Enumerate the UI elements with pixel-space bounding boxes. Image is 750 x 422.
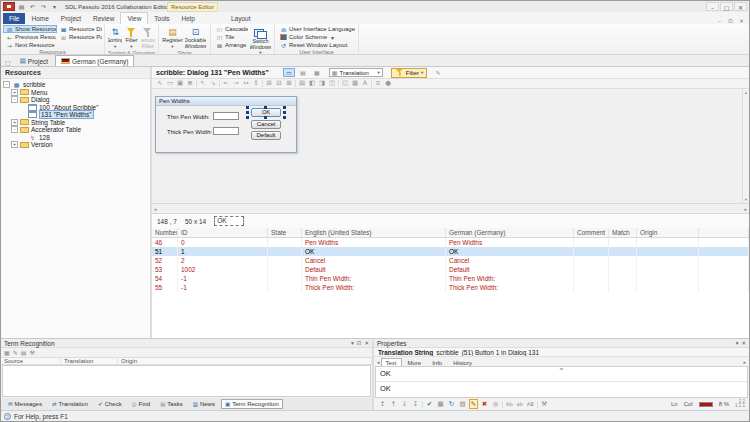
tab-tasks[interactable]: ▤ Tasks <box>156 399 187 409</box>
goto-last-string-icon[interactable]: ↧ <box>411 400 420 408</box>
editor-tool-icon-8[interactable]: → <box>231 79 241 88</box>
reset-window-layout-button[interactable]: ↺ Reset Window Layout <box>277 41 356 49</box>
thick-pen-width-field[interactable] <box>213 127 239 135</box>
expander-icon[interactable]: + <box>11 119 18 126</box>
panel-menu-icon[interactable]: ▾ <box>351 340 354 346</box>
editor-tool-icon-11[interactable]: ⊞ <box>264 79 274 88</box>
term-list-empty[interactable] <box>2 365 371 397</box>
view-mode-select[interactable]: ▦ Translation ▾ <box>329 68 383 77</box>
editor-tool-icon-17[interactable]: ◫ <box>327 79 337 88</box>
tab-help[interactable]: Help <box>176 13 201 24</box>
editor-tool-icon-21[interactable]: ≡ <box>373 79 383 88</box>
mark-review-icon[interactable]: ● <box>491 400 500 408</box>
tab-history[interactable]: History <box>448 358 477 366</box>
preview-horizontal-scrollbar[interactable]: ◂ ▸ <box>152 203 749 214</box>
editor-tool-icon-19[interactable]: ▦ <box>350 79 360 88</box>
doc-close-icon[interactable]: ✕ <box>737 18 746 24</box>
editor-tool-icon-10[interactable]: ↕ <box>251 79 261 88</box>
settings-wrench-icon[interactable]: ⚒ <box>540 400 549 408</box>
tab-news[interactable]: ▥ News <box>189 399 219 409</box>
tab-check[interactable]: ✔ Check <box>94 399 126 409</box>
previous-resource-button[interactable]: ← Previous Resource <box>3 33 57 41</box>
tab-translation[interactable]: ⇄ Translation <box>48 399 92 409</box>
lowercase-tool-icon[interactable]: ab <box>516 401 524 407</box>
editor-tool-icon-6[interactable]: ↘ <box>208 79 218 88</box>
column-header-number[interactable]: Number <box>152 228 178 237</box>
term-edit-icon[interactable]: ✎ <box>13 349 18 356</box>
tab-term-recognition[interactable]: ▣ Term Recognition <box>221 399 283 409</box>
goto-first-string-icon[interactable]: ↥ <box>378 400 387 408</box>
doc-restore-icon[interactable]: ⊡ <box>726 18 735 24</box>
term-column-translation[interactable]: Translation <box>61 358 118 365</box>
tree-item-menu[interactable]: + Menu <box>1 89 150 97</box>
scroll-up-icon[interactable]: ▴ <box>745 90 747 95</box>
maximize-button[interactable]: ▢ <box>720 2 733 11</box>
confirm-translation-icon[interactable]: ✔ <box>425 400 434 408</box>
next-string-icon[interactable]: ↓ <box>400 400 409 408</box>
scroll-right-icon[interactable]: ▸ <box>744 206 747 212</box>
panel-menu-icon[interactable]: ▾ <box>736 340 739 346</box>
scroll-left-icon[interactable]: ◂ <box>154 206 157 212</box>
expander-icon[interactable]: - <box>3 81 10 88</box>
table-row[interactable]: 460 Pen WidthsPen Widths <box>152 238 749 247</box>
expander-icon[interactable]: - <box>11 126 18 133</box>
column-header-german[interactable]: German (Germany) <box>446 228 574 237</box>
case-tool-icon[interactable]: Ab <box>505 401 514 407</box>
tree-item-dialog[interactable]: - Dialog <box>1 96 150 104</box>
qat-customize-icon[interactable]: ▾ <box>50 3 59 10</box>
editor-tool-icon-2[interactable]: ▭ <box>165 79 175 88</box>
tab-home[interactable]: Home <box>25 13 54 24</box>
editor-tool-icon-20[interactable]: A <box>360 79 370 88</box>
translation-text-field[interactable]: OK <box>376 382 747 397</box>
table-row[interactable]: 531002 DefaultDefault <box>152 265 749 274</box>
editor-tool-icon-14[interactable]: ▤ <box>297 79 307 88</box>
table-row[interactable]: 522 CancelCancel <box>152 256 749 265</box>
list-view-icon[interactable]: ▤ <box>297 68 309 77</box>
doc-minimize-icon[interactable]: – <box>715 18 724 24</box>
ui-language-button[interactable]: ◍ User Interface Language <box>277 25 356 33</box>
tab-layout[interactable]: Layout <box>225 13 257 24</box>
term-settings-icon[interactable]: ⚒ <box>29 349 34 356</box>
expander-icon[interactable]: + <box>11 141 18 148</box>
uppercase-tool-icon[interactable]: AB <box>526 401 535 407</box>
editor-tool-icon-1[interactable]: ⇖ <box>155 79 165 88</box>
grid-view-icon[interactable]: ▦ <box>311 68 323 77</box>
editor-filter-button[interactable]: Filter ▾ <box>391 68 428 78</box>
splitter-grip-icon[interactable]: ▬ <box>560 367 564 370</box>
tree-item-dialog-131[interactable]: 131 "Pen Widths" <box>1 111 150 119</box>
tree-item-string-table[interactable]: + String Table <box>1 119 150 127</box>
minimize-button[interactable]: – <box>706 2 719 11</box>
column-header-id[interactable]: ID <box>178 228 268 237</box>
register-button[interactable]: ▤ Register ▾ <box>161 25 184 50</box>
tab-view[interactable]: View <box>120 12 148 24</box>
concordance-icon[interactable]: ▦ <box>436 400 445 408</box>
remove-filter-button[interactable]: Remove Filter <box>140 25 156 50</box>
tree-item-accelerator-table[interactable]: - Accelerator Table <box>1 126 150 134</box>
column-header-comment[interactable]: Comment <box>574 228 609 237</box>
preview-cancel-button[interactable]: Cancel <box>251 120 281 129</box>
table-row[interactable]: 54-1 Thin Pen Width:Thin Pen Width: <box>152 274 749 283</box>
column-header-match[interactable]: Match <box>609 228 637 237</box>
editor-tool-icon-4[interactable]: ≣ <box>185 79 195 88</box>
app-icon[interactable] <box>3 2 15 11</box>
string-list-header[interactable]: Number ID State English (United States) … <box>152 228 749 238</box>
control-text-field[interactable]: OK <box>214 216 244 226</box>
tree-item-scribble[interactable]: - ▦ scribble <box>1 81 150 89</box>
preview-ok-button[interactable]: OK <box>251 108 281 117</box>
editor-tool-icon-13[interactable]: ⊠ <box>284 79 294 88</box>
column-header-origin[interactable]: Origin <box>637 228 699 237</box>
edit-mode-icon[interactable]: ✎ <box>469 399 478 409</box>
document-window-icon[interactable]: ▢ <box>3 59 13 66</box>
term-list-header[interactable]: Source Translation Origin <box>1 357 372 365</box>
tab-find[interactable]: ◎ Find <box>128 399 154 409</box>
tab-file[interactable]: File <box>3 13 25 24</box>
save-icon[interactable]: ▤ <box>17 3 26 10</box>
close-button[interactable]: ✕ <box>734 2 747 11</box>
pen-widths-dialog-preview[interactable]: Pen Widths Thin Pen Width: Thick Pen Wid… <box>155 96 297 153</box>
editor-tool-icon-22[interactable]: ● <box>383 79 393 88</box>
statistics-icon[interactable]: ▨ <box>458 400 467 408</box>
tab-text[interactable]: Text <box>381 358 402 366</box>
th极in-pen-width-field[interactable] <box>213 112 239 120</box>
edit-layout-icon[interactable]: ✎ <box>435 69 440 76</box>
next-resource-button[interactable]: → Next Resource <box>3 41 57 49</box>
